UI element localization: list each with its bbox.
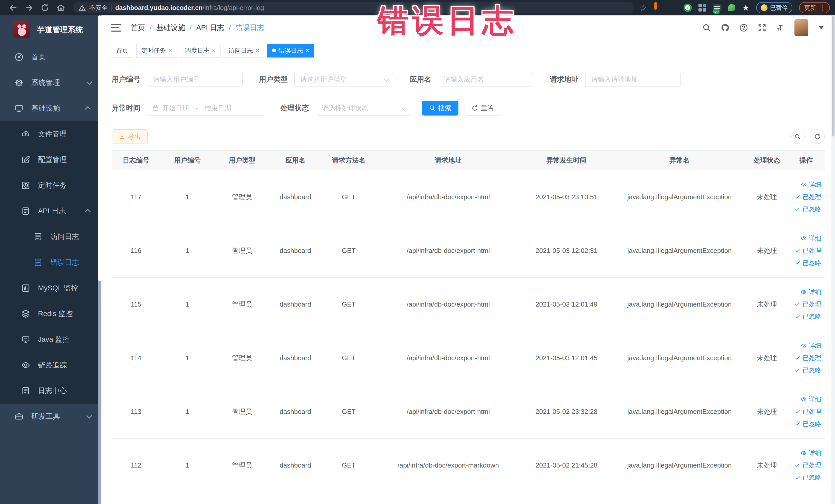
col-actions: 操作 — [788, 151, 825, 170]
mark-processed-link[interactable]: 已处理 — [790, 459, 821, 471]
mark-ignored-link[interactable]: 已忽略 — [790, 310, 821, 323]
extension-grid-icon[interactable] — [698, 4, 706, 12]
address-bar[interactable]: 不安全 dashboard.yudao.iocoder.cn/infra/log… — [73, 2, 634, 13]
extension-leaf-icon[interactable] — [728, 4, 735, 11]
sidebar-item-mysql-monitor[interactable]: MySQL 监控 — [0, 275, 101, 301]
sidebar-item-error-log[interactable]: 错误日志 — [0, 249, 101, 275]
search-button[interactable]: 搜索 — [422, 101, 459, 116]
page-url[interactable]: dashboard.yudao.iocoder.cn/infra/log/api… — [115, 4, 264, 12]
insecure-warning-icon[interactable] — [79, 4, 86, 11]
extension-switch-icon[interactable]: on — [713, 4, 721, 11]
browser-forward-icon[interactable] — [25, 3, 33, 12]
font-size-icon[interactable] — [776, 23, 785, 32]
sidebar-item-access-log[interactable]: 访问日志 — [0, 224, 101, 249]
close-icon[interactable]: × — [306, 47, 309, 54]
monitor-icon — [14, 104, 24, 113]
sidebar-item-infrastructure[interactable]: 基础设施 — [0, 96, 101, 121]
mark-ignored-link[interactable]: 已忽略 — [790, 364, 821, 377]
extension-shield-icon[interactable] — [669, 4, 677, 12]
refresh-button[interactable] — [810, 129, 825, 144]
sidebar-item-dev-tools[interactable]: 研发工具 — [0, 404, 101, 429]
mark-processed-link[interactable]: 已处理 — [790, 405, 821, 418]
search-icon[interactable] — [702, 23, 711, 32]
sidebar-item-config-mgmt[interactable]: 配置管理 — [0, 147, 101, 173]
browser-reload-icon[interactable] — [41, 3, 49, 12]
browser-back-icon[interactable] — [9, 3, 18, 12]
detail-link[interactable]: 详细 — [790, 393, 821, 405]
export-button[interactable]: 导出 — [111, 129, 148, 144]
gear-icon — [14, 78, 24, 87]
close-icon[interactable]: × — [168, 47, 172, 54]
sidebar-item-scheduled-jobs[interactable]: 定时任务 — [0, 173, 101, 198]
breadcrumb-infrastructure[interactable]: 基础设施 — [156, 23, 185, 33]
help-icon[interactable] — [739, 23, 748, 32]
mark-ignored-link[interactable]: 已忽略 — [790, 471, 821, 484]
mark-processed-link[interactable]: 已处理 — [790, 244, 821, 257]
tab-scheduled-jobs[interactable]: 定时任务× — [136, 44, 177, 58]
browser-menu-icon[interactable]: ⋮ — [819, 6, 826, 9]
request-url-label: 请求地址 — [550, 75, 578, 84]
detail-link[interactable]: 详细 — [790, 232, 821, 244]
user-type-select[interactable] — [294, 72, 393, 87]
sidebar-scrollbar-track — [98, 281, 101, 504]
detail-link[interactable]: 详细 — [790, 447, 821, 459]
status-badge: 未处理 — [747, 224, 788, 278]
tab-access-log[interactable]: 访问日志× — [224, 44, 264, 58]
mark-processed-link[interactable]: 已处理 — [790, 352, 821, 364]
sidebar-item-redis-monitor[interactable]: Redis 监控 — [0, 301, 101, 327]
request-url-input[interactable] — [585, 72, 681, 87]
close-icon[interactable]: × — [256, 47, 259, 54]
browser-home-icon[interactable] — [57, 3, 65, 12]
mark-ignored-link[interactable]: 已忽略 — [790, 418, 821, 430]
extension-orange-icon[interactable] — [654, 4, 662, 12]
sidebar-item-file-mgmt[interactable]: 文件管理 — [0, 121, 101, 147]
chevron-up-icon — [85, 106, 91, 112]
mark-processed-link[interactable]: 已处理 — [790, 298, 821, 310]
page-scrollbar-thumb[interactable] — [832, 16, 834, 137]
tab-error-log[interactable]: 错误日志× — [267, 44, 314, 58]
sidebar-item-java-monitor[interactable]: Java 监控 — [0, 327, 101, 352]
chevron-down-icon[interactable] — [819, 26, 824, 29]
toolbox-icon — [14, 412, 24, 421]
breadcrumb-api-log[interactable]: API 日志 — [196, 23, 224, 33]
error-log-table: 日志编号 用户编号 用户类型 应用名 请求方法名 请求地址 异常发生时间 异常名… — [111, 150, 825, 492]
sidebar-item-system-mgmt[interactable]: 系统管理 — [0, 70, 101, 96]
sidebar-collapse-icon[interactable] — [111, 24, 121, 32]
page-scrollbar[interactable] — [831, 15, 835, 504]
extension-check-icon[interactable]: ✓ — [684, 4, 692, 12]
close-icon[interactable]: × — [212, 47, 216, 54]
process-status-select[interactable] — [316, 101, 411, 116]
github-icon[interactable] — [720, 23, 730, 32]
mark-ignored-link[interactable]: 已忽略 — [790, 203, 821, 216]
sidebar-item-api-log[interactable]: API 日志 — [0, 198, 101, 224]
sidebar-item-home[interactable]: 首页 — [0, 44, 101, 70]
app-name-input[interactable] — [438, 72, 533, 87]
avatar[interactable] — [794, 19, 808, 36]
user-id-input[interactable] — [147, 72, 243, 87]
extension-paw-icon[interactable]: ★ — [742, 3, 750, 13]
tab-home[interactable]: 首页 — [111, 44, 133, 58]
breadcrumb-home[interactable]: 首页 — [131, 23, 145, 33]
browser-update-button[interactable]: 更新 ⋮ — [799, 2, 830, 13]
toggle-search-button[interactable] — [790, 129, 805, 144]
sidebar-item-trace[interactable]: 链路追踪 — [0, 352, 101, 378]
sidebar-scrollbar[interactable] — [98, 15, 101, 504]
calendar-icon — [152, 104, 159, 112]
bookmark-star-icon[interactable]: ☆ — [639, 3, 647, 13]
detail-link[interactable]: 详细 — [790, 286, 821, 298]
sidebar-scrollbar-thumb[interactable] — [98, 15, 101, 281]
user-type-label: 用户类型 — [259, 75, 288, 84]
exception-time-range-picker[interactable]: 开始日期 - 结束日期 — [147, 101, 264, 116]
mark-ignored-link[interactable]: 已忽略 — [790, 257, 821, 269]
security-label[interactable]: 不安全 — [89, 4, 108, 12]
reset-button[interactable]: 重置 — [465, 101, 501, 116]
paused-extension-badge[interactable]: 已暂停 — [756, 2, 792, 13]
detail-link[interactable]: 详细 — [790, 178, 821, 191]
detail-link[interactable]: 详细 — [790, 339, 821, 352]
app-logo — [13, 21, 30, 38]
app-logo-row[interactable]: 芋道管理系统 — [0, 15, 101, 44]
sidebar-item-log-center[interactable]: 日志中心 — [0, 378, 101, 404]
mark-processed-link[interactable]: 已处理 — [790, 191, 821, 203]
fullscreen-icon[interactable] — [757, 23, 767, 32]
tab-schedule-log[interactable]: 调度日志× — [180, 44, 221, 58]
